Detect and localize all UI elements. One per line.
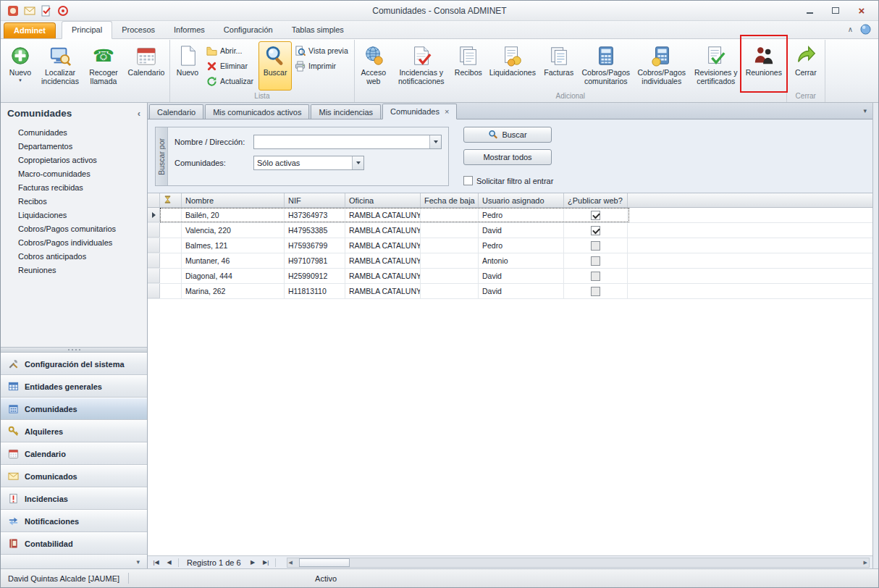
ribbon-button-recibos[interactable]: Recibos [452,41,485,91]
cell-nombre[interactable]: Marina, 262 [182,284,285,298]
cell-oficina[interactable]: RAMBLA CATALUNYA [345,223,421,238]
ribbon-button-calendario[interactable]: Calendario [125,41,168,91]
cell-nif[interactable]: H97107981 [285,253,345,268]
cell-oficina[interactable]: RAMBLA CATALUNYA [345,208,421,222]
publicar-web-checkbox[interactable] [591,256,600,266]
nav-button-comunidades[interactable]: Comunidades [1,398,147,420]
tasks-icon[interactable] [40,4,53,17]
maximize-button[interactable] [828,5,844,17]
scrollbar-thumb[interactable] [299,558,350,567]
cell-nif[interactable]: H37364973 [285,208,345,222]
cell-fecha-baja[interactable] [421,208,479,222]
app-icon[interactable] [7,4,20,17]
close-tab-icon[interactable]: × [445,108,449,115]
nav-button-notificaciones[interactable]: Notificaciones [1,510,147,532]
cell-icon[interactable] [160,253,182,268]
cell-publicar-web[interactable] [564,253,628,268]
publicar-web-checkbox[interactable] [591,226,600,235]
scroll-right-icon[interactable]: ▶ [864,560,867,566]
cell-nombre[interactable]: Muntaner, 46 [182,253,285,268]
cell-oficina[interactable]: RAMBLA CATALUNYA [345,253,421,268]
scroll-left-icon[interactable]: ◀ [289,560,293,566]
ribbon-button-eliminar[interactable]: Eliminar [204,59,258,72]
cell-oficina[interactable]: RAMBLA CATALUNYA [345,238,421,253]
ribbon-button-recoger-llamada[interactable]: ☎Recoger llamada [83,41,124,91]
publicar-web-checkbox[interactable] [591,211,600,220]
search-button[interactable]: Buscar [463,127,552,143]
doc-tab-mis-comunicados-activos[interactable]: Mis comunicados activos [205,104,309,119]
doc-tab-mis-incidencias[interactable]: Mis incidencias [311,104,381,119]
communities-filter-dropdown-icon[interactable] [352,156,363,169]
nav-last-icon[interactable]: ▶| [261,558,272,568]
cell-oficina[interactable]: RAMBLA CATALUNYA [345,269,421,283]
publicar-web-checkbox[interactable] [591,287,600,296]
ribbon-button-liquidaciones[interactable]: Liquidaciones [486,41,539,91]
request-filter-checkbox[interactable] [463,176,473,185]
cell-usuario[interactable]: Pedro [479,208,564,222]
nav-button-incidencias[interactable]: Incidencias [1,487,147,510]
minimize-button[interactable] [802,5,817,17]
ribbon-button-buscar[interactable]: Buscar [258,41,292,91]
table-row[interactable]: Bailén, 20H37364973RAMBLA CATALUNYAPedro [148,208,872,223]
communities-filter-select[interactable]: Sólo activas [253,156,364,170]
horizontal-scrollbar[interactable]: ◀ ▶ [287,558,870,568]
ribbon-button-nuevo[interactable]: Nuevo▼ [4,41,37,91]
ribbon-button-cobros-pagos-comunitarios[interactable]: Cobros/Pagos comunitarios [579,41,634,91]
ribbon-button-facturas[interactable]: Facturas [540,41,578,91]
cell-nombre[interactable]: Balmes, 121 [182,238,285,253]
adminet-app-button[interactable]: Adminet [4,22,56,38]
cell-nombre[interactable]: Diagonal, 444 [182,269,285,283]
table-row[interactable]: Marina, 262H11813110RAMBLA CATALUNYADavi… [148,284,872,299]
cell-nif[interactable]: H47953385 [285,223,345,238]
cell-icon[interactable] [160,238,182,253]
search-panel-side-tab[interactable]: Buscar por [156,127,168,185]
close-button[interactable]: × [854,5,870,17]
sidebar-item-facturas-recibidas[interactable]: Facturas recibidas [1,181,147,195]
cell-usuario[interactable]: Pedro [479,238,564,253]
nav-button-configuraci-n-del-sistema[interactable]: Configuración del sistema [1,353,147,375]
sidebar-item-cobros-pagos-individuales[interactable]: Cobros/Pagos individuales [1,236,147,250]
cell-usuario[interactable]: David [479,223,564,238]
column-header-publicar-web[interactable]: ¿Publicar web? [564,193,628,207]
collapse-sidebar-icon[interactable]: ‹ [138,108,140,119]
column-header-fecha-de-baja[interactable]: Fecha de baja [421,193,479,207]
cell-publicar-web[interactable] [564,208,628,222]
column-header-oficina[interactable]: Oficina [345,193,421,207]
nav-button-entidades-generales[interactable]: Entidades generales [1,375,147,398]
nav-first-icon[interactable]: |◀ [151,558,161,568]
ribbon-tab-principal[interactable]: Principal [62,21,112,39]
cell-icon[interactable] [160,208,182,222]
cell-usuario[interactable]: David [479,269,564,283]
cell-publicar-web[interactable] [564,269,628,283]
column-header-usuario-asignado[interactable]: Usuario asignado [479,193,564,207]
table-row[interactable]: Muntaner, 46H97107981RAMBLA CATALUNYAAnt… [148,253,872,269]
sidebar-item-reuniones[interactable]: Reuniones [1,264,147,277]
cell-fecha-baja[interactable] [421,269,479,283]
cell-fecha-baja[interactable] [421,238,479,253]
sidebar-item-comunidades[interactable]: Comunidades [1,126,147,140]
cell-publicar-web[interactable] [564,223,628,238]
cell-icon[interactable] [160,223,182,238]
mail-icon[interactable] [23,4,36,17]
sidebar-item-departamentos[interactable]: Departamentos [1,140,147,154]
sidebar-item-macro-comunidades[interactable]: Macro-comunidades [1,167,147,181]
sidebar-item-recibos[interactable]: Recibos [1,195,147,209]
sidebar-item-liquidaciones[interactable]: Liquidaciones [1,209,147,222]
cell-usuario[interactable]: Antonio [479,253,564,268]
ribbon-button-acceso-web[interactable]: Acceso web [356,41,391,91]
sidebar-splitter[interactable] [1,347,147,353]
ribbon-button-cerrar[interactable]: Cerrar [788,41,823,91]
configure-buttons-icon[interactable]: ▾ [136,558,140,566]
ribbon-tab-tablas-simples[interactable]: Tablas simples [282,22,353,38]
ribbon-tab-procesos[interactable]: Procesos [112,22,164,38]
sidebar-item-cobros-pagos-comunitarios[interactable]: Cobros/Pagos comunitarios [1,222,147,236]
cell-fecha-baja[interactable] [421,253,479,268]
cell-nombre[interactable]: Bailén, 20 [182,208,285,222]
doc-tab-comunidades[interactable]: Comunidades× [382,104,457,119]
nav-button-alquileres[interactable]: Alquileres [1,420,147,442]
cell-nombre[interactable]: Valencia, 220 [182,223,285,238]
cell-oficina[interactable]: RAMBLA CATALUNYA [345,284,421,298]
column-header-nif[interactable]: NIF [285,193,345,207]
column-header-icon[interactable] [160,193,182,207]
table-row[interactable]: Diagonal, 444H25990912RAMBLA CATALUNYADa… [148,269,872,284]
